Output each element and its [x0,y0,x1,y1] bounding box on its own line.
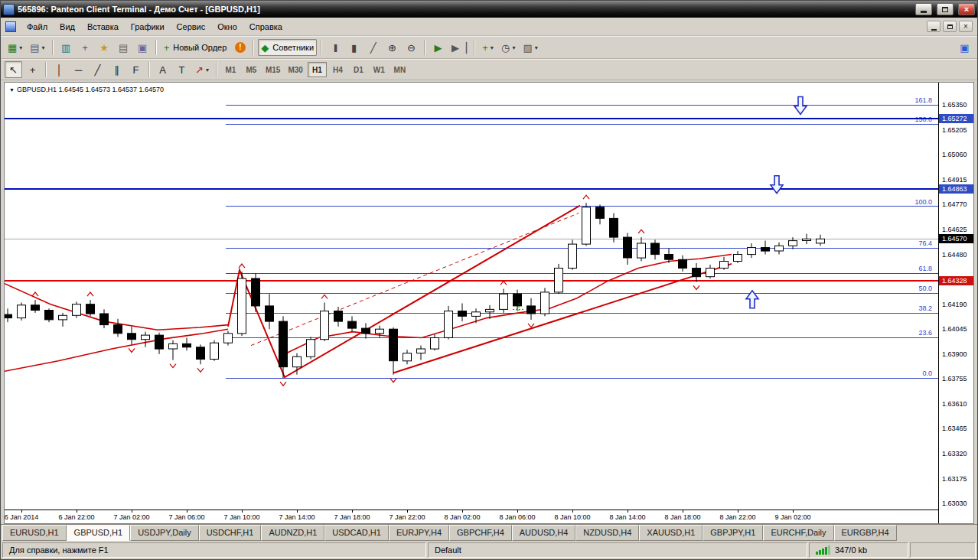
tab-eurgbp-h4[interactable]: EURGBP,H4 [834,525,897,541]
timeframe-w1-button[interactable]: W1 [370,62,389,77]
timeframe-m1-button[interactable]: M1 [221,62,240,77]
status-help: Для справки, нажмите F1 [2,542,426,558]
new-chart-button[interactable]: ▦▾ [5,39,25,56]
chart-line-button[interactable]: ╱ [364,39,382,56]
profiles-button[interactable]: ▤▾ [27,39,47,56]
chevron-down-icon: ▾ [206,67,209,73]
vertical-line-button[interactable]: │ [51,61,68,78]
tab-usdcad-h1[interactable]: USDCAD,H1 [324,525,389,541]
menu-window[interactable]: Окно [211,19,243,34]
svg-text:76.4: 76.4 [918,239,932,247]
market-watch-icon: ▥ [61,43,70,53]
cursor-button[interactable]: ↖ [5,61,22,78]
data-window-button[interactable]: + [77,39,94,56]
horizontal-line-button[interactable]: ─ [70,61,87,78]
tab-xauusd-h1[interactable]: XAUUSD,H1 [639,525,703,541]
metaeditor-button[interactable]: ! [231,39,249,56]
price-tick: 1.64045 [942,325,967,333]
tab-gbpchf-h4[interactable]: GBPCHF,H4 [449,525,512,541]
crosshair-button[interactable]: + [24,61,41,78]
chart-bars-button[interactable]: ||| [326,39,344,56]
minimize-button[interactable] [915,3,932,15]
templates-icon: ▨ [523,43,532,53]
menu-view[interactable]: Вид [54,19,81,34]
timeframe-m5-button[interactable]: M5 [242,62,261,77]
tab-eurchf-daily[interactable]: EURCHF,Daily [763,525,833,541]
mdi-minimize-button[interactable] [927,21,941,32]
market-watch-button[interactable]: ▥ [57,39,75,56]
vertical-line-icon: │ [56,65,62,75]
tab-nzdusd-h4[interactable]: NZDUSD,H4 [575,525,639,541]
text-icon: A [159,65,166,75]
trendline-button[interactable]: ╱ [89,61,106,78]
new-chart-icon: ▦ [8,43,17,53]
restore-button[interactable] [937,3,954,15]
mdi-restore-button[interactable] [943,21,957,32]
equidistant-channel-button[interactable]: ∥ [108,61,126,78]
text-label-button[interactable]: T [173,61,191,78]
chart-shift-button[interactable]: ▶▕ [448,39,470,56]
tab-eurusd-h1[interactable]: EURUSD,H1 [2,525,67,541]
timeframe-h1-button[interactable]: H1 [308,62,327,77]
timeframe-h4-button[interactable]: H4 [328,62,347,77]
arrows-shapes-button[interactable]: ↗▾ [192,61,212,78]
svg-text:9 Jan 02:00: 9 Jan 02:00 [774,513,810,521]
indicators-button[interactable]: +▾ [479,39,497,56]
expert-advisors-icon: ◆ [261,43,269,53]
templates-button[interactable]: ▨▾ [520,39,540,56]
chart-bars-icon: ||| [334,44,336,52]
toolbar-separator [155,40,157,55]
chevron-down-icon[interactable]: ▼ [9,87,15,93]
community-icon: ▣ [960,43,969,53]
periods-button[interactable]: ◷▾ [498,39,518,56]
price-marker: 1.64863 [939,184,973,194]
chevron-down-icon: ▾ [42,44,45,51]
price-tick: 1.63030 [942,500,967,507]
fibonacci-icon: F [133,65,139,75]
toolbar-separator [424,40,425,55]
timeframe-mn-button[interactable]: MN [390,62,409,77]
terminal-button[interactable]: ▤ [115,39,132,56]
tab-usdjpy-daily[interactable]: USDJPY,Daily [130,525,199,541]
menubar: ФайлВидВставкаГрафикиСервисОкноСправка × [1,18,977,36]
new-order-button[interactable]: +Новый Ордер [161,39,230,56]
tab-gbpusd-h1[interactable]: GBPUSD,H1 [67,525,131,541]
tab-eurjpy-h4[interactable]: EURJPY,H4 [389,525,449,541]
crosshair-icon: + [30,65,36,75]
zoom-out-button[interactable]: ⊖ [403,39,420,56]
strategy-tester-button[interactable]: ▣ [134,39,152,56]
fibonacci-button[interactable]: F [127,61,145,78]
price-tick: 1.63755 [942,375,967,383]
timeframe-m15-button[interactable]: M15 [262,62,283,77]
menu-help[interactable]: Справка [243,19,289,34]
chart-candles-button[interactable]: ▮ [345,39,363,56]
titlebar[interactable]: 565896: Panteon Client Terminal - Демо С… [1,1,977,18]
menu-items: ФайлВидВставкаГрафикиСервисОкноСправка [21,19,927,34]
mdi-close-button[interactable]: × [959,21,973,32]
price-tick: 1.65060 [942,151,967,158]
menu-insert[interactable]: Вставка [81,19,125,34]
community-button[interactable]: ▣ [956,39,973,56]
timeframe-d1-button[interactable]: D1 [349,62,368,77]
chart-canvas[interactable]: 161.8150.0100.076.461.850.038.223.60.06 … [5,83,938,523]
tab-gbpjpy-h1[interactable]: GBPJPY,H1 [703,525,763,541]
chart-system-icon[interactable] [5,21,16,32]
equidistant-channel-icon: ∥ [114,65,119,75]
navigator-button[interactable]: ★ [96,39,113,56]
close-button[interactable]: × [958,3,975,15]
tab-usdchf-h1[interactable]: USDCHF,H1 [199,525,262,541]
expert-advisors-button[interactable]: ◆Советники [258,39,317,56]
timeframe-m30-button[interactable]: M30 [285,62,305,77]
text-button[interactable]: A [154,61,171,78]
price-axis[interactable]: 1.653501.652051.650601.649151.647701.646… [938,83,973,523]
toolbar-separator [216,62,217,77]
status-profile[interactable]: Default [428,542,807,558]
strategy-tester-icon: ▣ [138,43,147,53]
tab-audnzd-h1[interactable]: AUDNZD,H1 [261,525,324,541]
zoom-in-button[interactable]: ⊕ [383,39,401,56]
menu-service[interactable]: Сервис [171,19,212,34]
auto-scroll-button[interactable]: ▶ [429,39,447,56]
menu-file[interactable]: Файл [21,19,54,34]
tab-audusd-h4[interactable]: AUDUSD,H4 [512,525,576,541]
menu-charts[interactable]: Графики [125,19,171,34]
